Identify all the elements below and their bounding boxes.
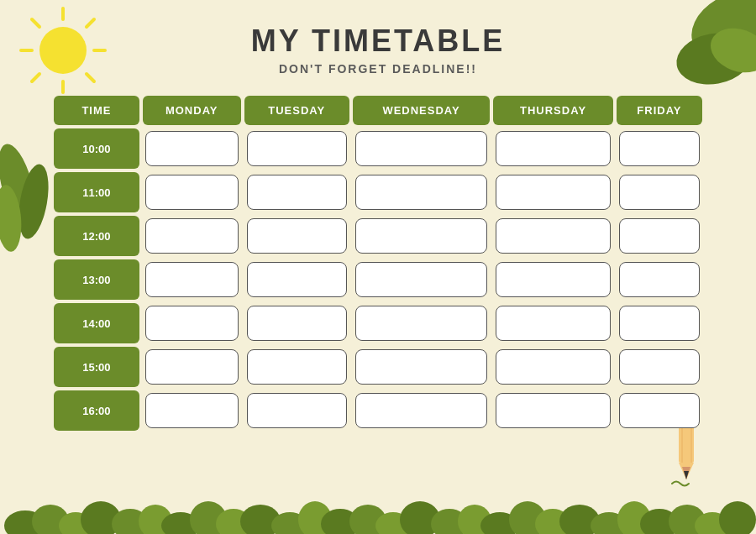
col-header-friday: FRIDAY xyxy=(617,96,702,125)
time-cell-16:00: 16:00 xyxy=(54,390,139,431)
cell-inner[interactable] xyxy=(145,175,239,210)
cell-10:00-thursday[interactable] xyxy=(493,128,613,169)
table-row: 16:00 xyxy=(54,390,702,431)
time-cell-15:00: 15:00 xyxy=(54,347,139,387)
cell-inner[interactable] xyxy=(355,218,487,254)
cell-inner[interactable] xyxy=(619,349,700,385)
cell-inner[interactable] xyxy=(145,262,239,297)
page-title: MY TIMETABLE xyxy=(0,24,756,59)
page-header: MY TIMETABLE DON'T FORGET DEADLINE!! xyxy=(0,0,756,76)
cell-inner[interactable] xyxy=(355,175,487,210)
cell-13:00-wednesday[interactable] xyxy=(353,259,490,300)
cell-15:00-thursday[interactable] xyxy=(493,347,613,387)
timetable-container: TIME MONDAY TUESDAY WEDNESDAY THURSDAY F… xyxy=(50,92,706,434)
col-header-wednesday: WEDNESDAY xyxy=(353,96,490,125)
cell-inner[interactable] xyxy=(145,393,239,428)
cell-inner[interactable] xyxy=(247,175,347,210)
table-row: 13:00 xyxy=(54,259,702,300)
cell-inner[interactable] xyxy=(247,131,347,166)
timetable: TIME MONDAY TUESDAY WEDNESDAY THURSDAY F… xyxy=(50,92,706,434)
cell-12:00-wednesday[interactable] xyxy=(353,216,490,256)
cell-12:00-tuesday[interactable] xyxy=(244,216,349,256)
time-cell-14:00: 14:00 xyxy=(54,303,139,343)
cell-15:00-monday[interactable] xyxy=(143,347,241,387)
cell-15:00-wednesday[interactable] xyxy=(353,347,490,387)
cell-16:00-thursday[interactable] xyxy=(493,390,613,431)
cell-inner[interactable] xyxy=(619,218,700,254)
cell-inner[interactable] xyxy=(496,175,611,210)
table-row: 15:00 xyxy=(54,347,702,387)
cell-inner[interactable] xyxy=(355,131,487,166)
cell-12:00-thursday[interactable] xyxy=(493,216,613,256)
cell-inner[interactable] xyxy=(355,262,487,297)
cell-13:00-thursday[interactable] xyxy=(493,259,613,300)
table-row: 14:00 xyxy=(54,303,702,343)
cell-14:00-wednesday[interactable] xyxy=(353,303,490,343)
cell-16:00-monday[interactable] xyxy=(143,390,241,431)
cell-inner[interactable] xyxy=(145,306,239,341)
cell-inner[interactable] xyxy=(619,393,700,428)
col-header-time: TIME xyxy=(54,96,139,125)
cell-16:00-friday[interactable] xyxy=(617,390,702,431)
cell-11:00-friday[interactable] xyxy=(617,172,702,212)
cell-16:00-tuesday[interactable] xyxy=(244,390,349,431)
grass-decoration xyxy=(0,471,756,534)
cell-inner[interactable] xyxy=(496,393,611,428)
header-row: TIME MONDAY TUESDAY WEDNESDAY THURSDAY F… xyxy=(54,96,702,125)
cell-inner[interactable] xyxy=(145,218,239,254)
time-cell-10:00: 10:00 xyxy=(54,128,139,169)
cell-inner[interactable] xyxy=(145,349,239,385)
cell-11:00-thursday[interactable] xyxy=(493,172,613,212)
cell-inner[interactable] xyxy=(496,262,611,297)
cell-inner[interactable] xyxy=(247,262,347,297)
cell-14:00-monday[interactable] xyxy=(143,303,241,343)
cell-10:00-friday[interactable] xyxy=(617,128,702,169)
cell-inner[interactable] xyxy=(145,131,239,166)
cell-inner[interactable] xyxy=(619,262,700,297)
svg-point-42 xyxy=(719,501,756,534)
col-header-thursday: THURSDAY xyxy=(493,96,613,125)
cell-15:00-friday[interactable] xyxy=(617,347,702,387)
cell-10:00-wednesday[interactable] xyxy=(353,128,490,169)
cell-12:00-friday[interactable] xyxy=(617,216,702,256)
cell-inner[interactable] xyxy=(355,393,487,428)
cell-inner[interactable] xyxy=(619,306,700,341)
cell-14:00-thursday[interactable] xyxy=(493,303,613,343)
cell-inner[interactable] xyxy=(619,175,700,210)
cell-inner[interactable] xyxy=(496,349,611,385)
cell-inner[interactable] xyxy=(496,218,611,254)
table-row: 12:00 xyxy=(54,216,702,256)
cell-inner[interactable] xyxy=(247,306,347,341)
time-cell-12:00: 12:00 xyxy=(54,216,139,256)
cell-16:00-wednesday[interactable] xyxy=(353,390,490,431)
cell-10:00-monday[interactable] xyxy=(143,128,241,169)
time-cell-11:00: 11:00 xyxy=(54,172,139,212)
cell-14:00-tuesday[interactable] xyxy=(244,303,349,343)
cell-inner[interactable] xyxy=(355,306,487,341)
col-header-monday: MONDAY xyxy=(143,96,241,125)
cell-inner[interactable] xyxy=(247,218,347,254)
cell-11:00-wednesday[interactable] xyxy=(353,172,490,212)
cell-12:00-monday[interactable] xyxy=(143,216,241,256)
cell-14:00-friday[interactable] xyxy=(617,303,702,343)
cell-inner[interactable] xyxy=(355,349,487,385)
table-row: 11:00 xyxy=(54,172,702,212)
page-subtitle: DON'T FORGET DEADLINE!! xyxy=(0,62,756,76)
cell-inner[interactable] xyxy=(247,393,347,428)
cell-inner[interactable] xyxy=(247,349,347,385)
cell-15:00-tuesday[interactable] xyxy=(244,347,349,387)
cell-inner[interactable] xyxy=(496,131,611,166)
cell-10:00-tuesday[interactable] xyxy=(244,128,349,169)
cell-13:00-monday[interactable] xyxy=(143,259,241,300)
cell-inner[interactable] xyxy=(496,306,611,341)
cell-13:00-tuesday[interactable] xyxy=(244,259,349,300)
cell-11:00-monday[interactable] xyxy=(143,172,241,212)
cell-11:00-tuesday[interactable] xyxy=(244,172,349,212)
cell-inner[interactable] xyxy=(619,131,700,166)
cell-13:00-friday[interactable] xyxy=(617,259,702,300)
table-row: 10:00 xyxy=(54,128,702,169)
col-header-tuesday: TUESDAY xyxy=(244,96,349,125)
time-cell-13:00: 13:00 xyxy=(54,259,139,300)
